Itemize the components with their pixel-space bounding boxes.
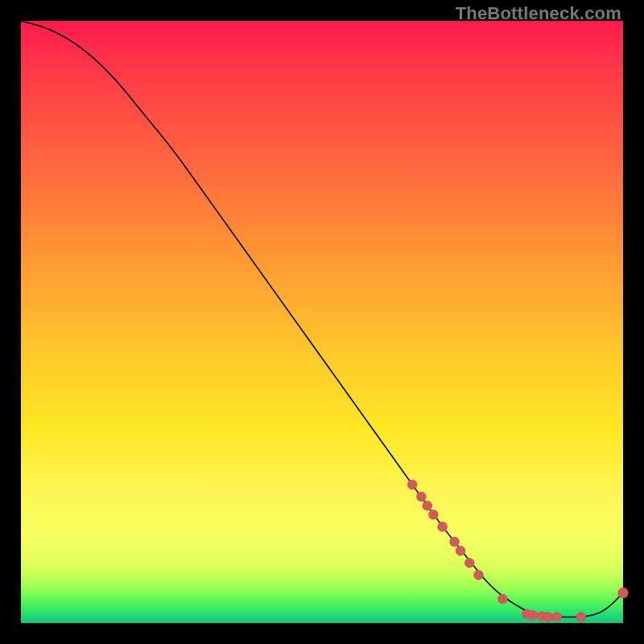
data-point (618, 588, 629, 598)
data-point (428, 510, 438, 519)
data-point (576, 613, 586, 622)
data-point (423, 501, 432, 510)
data-point (543, 613, 553, 622)
data-point (450, 537, 460, 547)
chart-stage: TheBottleneck.com (0, 0, 644, 644)
data-point (473, 570, 483, 580)
data-point (497, 594, 507, 604)
data-point (456, 546, 465, 555)
chart-overlay (21, 21, 623, 623)
data-markers (407, 480, 628, 622)
data-point (528, 610, 538, 620)
data-point (416, 492, 426, 502)
data-point (407, 480, 417, 489)
data-point (438, 522, 448, 531)
data-point (464, 558, 474, 568)
bottleneck-curve (21, 21, 623, 617)
data-point (552, 613, 562, 622)
